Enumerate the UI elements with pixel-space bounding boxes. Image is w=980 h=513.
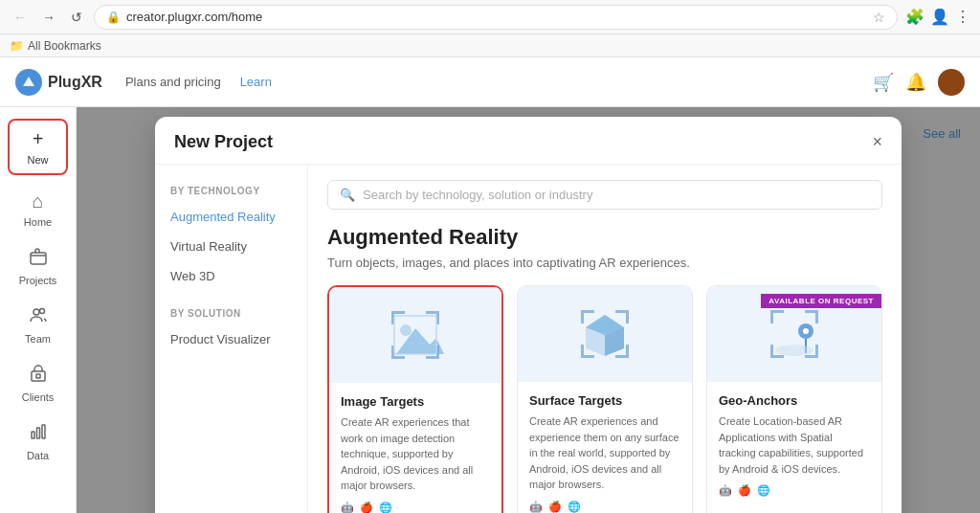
web-3d-label: Web 3D [170,269,215,283]
forward-button[interactable]: → [38,8,59,27]
sidebar-item-virtual-reality[interactable]: Virtual Reality [155,232,307,261]
svg-rect-7 [36,428,39,438]
team-icon [29,305,48,329]
team-label: Team [25,333,51,345]
new-project-button[interactable]: + New [8,119,68,175]
learn-link[interactable]: Learn [240,75,272,89]
card-surface-targets-desc: Create AR experiences and experience the… [529,413,680,493]
svg-rect-34 [815,310,818,323]
web-icon-3: 🌐 [757,484,770,497]
modal-sidebar: BY TECHNOLOGY Augmented Reality Virtual … [155,165,308,513]
svg-rect-23 [626,310,629,323]
modal-title: New Project [174,132,273,152]
data-label: Data [27,450,49,461]
home-icon: ⌂ [32,190,43,212]
data-icon [29,422,48,446]
clients-icon [29,364,48,388]
sidebar-item-product-visualizer[interactable]: Product Visualizer [155,324,307,354]
card-geo-anchors-body: Geo-Anchors Create Location-based AR App… [707,382,881,508]
bookmarks-label: All Bookmarks [28,39,101,53]
reload-button[interactable]: ↺ [67,8,86,27]
augmented-reality-label: Augmented Reality [170,210,276,224]
back-button[interactable]: ← [10,8,31,27]
bookmarks-bar: 📁 All Bookmarks [0,34,980,57]
card-surface-targets-title: Surface Targets [529,393,680,408]
ios-icon-2: 🍎 [548,501,562,513]
clients-label: Clients [22,391,55,403]
card-geo-anchors[interactable]: AVAILABLE ON REQUEST [706,285,882,513]
address-bar[interactable]: 🔒 creator.plugxr.com/home ☆ [94,5,898,30]
card-surface-targets-body: Surface Targets Create AR experiences an… [518,382,692,513]
card-surface-targets[interactable]: Surface Targets Create AR experiences an… [517,285,693,513]
avatar[interactable] [938,69,965,96]
svg-rect-25 [581,345,584,358]
by-solution-label: BY SOLUTION [155,302,307,324]
sidebar-item-team[interactable]: Team [0,298,76,352]
svg-rect-6 [32,432,34,438]
logo-icon [15,69,42,96]
top-nav-right: 🛒 🔔 [873,69,965,96]
svg-marker-0 [23,77,34,86]
svg-point-2 [33,309,39,315]
projects-icon [29,247,48,271]
sidebar-item-home[interactable]: ⌂ Home [0,183,76,235]
card-surface-targets-platforms: 🤖 🍎 🌐 [529,501,680,513]
modal-overlay: New Project × BY TECHNOLOGY Augmented Re… [77,107,980,513]
profile-button[interactable]: 👤 [930,8,949,26]
svg-rect-21 [581,310,584,323]
main-content: See all See all New Project × BY TECHNOL… [77,107,980,513]
sidebar: + New ⌂ Home Projects [0,107,77,513]
card-surface-targets-image [518,286,692,382]
modal-body: BY TECHNOLOGY Augmented Reality Virtual … [155,165,902,513]
svg-rect-32 [770,310,773,323]
android-icon-2: 🤖 [529,501,543,513]
bookmarks-folder-icon: 📁 [10,39,24,53]
web-icon-2: 🌐 [568,501,581,513]
new-label: New [27,154,48,166]
svg-rect-4 [32,371,45,381]
search-placeholder: Search by technology, solution or indust… [363,188,592,202]
top-nav-links: Plans and pricing Learn [125,75,873,89]
card-geo-anchors-image: AVAILABLE ON REQUEST [707,286,881,382]
projects-label: Projects [19,275,57,286]
sidebar-item-clients[interactable]: Clients [0,356,76,411]
card-image-targets-image [329,287,501,383]
modal-close-button[interactable]: × [872,132,882,152]
extensions-button[interactable]: 🧩 [905,8,924,26]
web-icon: 🌐 [379,502,392,514]
cards-grid: Image Targets Create AR experiences that… [327,285,882,513]
new-project-modal: New Project × BY TECHNOLOGY Augmented Re… [155,117,902,513]
card-image-targets[interactable]: Image Targets Create AR experiences that… [327,285,503,513]
search-bar[interactable]: 🔍 Search by technology, solution or indu… [327,180,882,210]
browser-toolbar: ← → ↺ 🔒 creator.plugxr.com/home ☆ 🧩 👤 ⋮ [0,0,980,34]
svg-point-3 [39,309,44,314]
svg-rect-38 [815,345,818,358]
ios-icon-3: 🍎 [738,484,751,497]
ios-icon: 🍎 [360,502,373,514]
bell-button[interactable]: 🔔 [905,72,926,93]
content-title: Augmented Reality [327,225,882,250]
logo: PlugXR [15,69,102,96]
sidebar-item-data[interactable]: Data [0,414,76,469]
card-image-targets-platforms: 🤖 🍎 🌐 [341,502,490,514]
sidebar-item-augmented-reality[interactable]: Augmented Reality [155,202,307,232]
card-image-targets-title: Image Targets [341,394,490,409]
sidebar-item-web-3d[interactable]: Web 3D [155,261,307,291]
content-subtitle: Turn objects, images, and places into ca… [327,256,882,270]
card-image-targets-desc: Create AR experiences that work on image… [341,414,490,494]
plans-link[interactable]: Plans and pricing [125,75,221,89]
home-label: Home [24,216,52,228]
android-icon-3: 🤖 [719,484,732,497]
cart-button[interactable]: 🛒 [873,72,894,93]
menu-button[interactable]: ⋮ [955,8,970,26]
geo-anchors-badge: AVAILABLE ON REQUEST [761,294,881,308]
svg-point-41 [775,345,813,356]
android-icon: 🤖 [341,502,354,514]
svg-rect-8 [42,425,45,438]
search-icon: 🔍 [340,188,355,202]
top-nav: PlugXR Plans and pricing Learn 🛒 🔔 [0,57,980,107]
browser-actions: 🧩 👤 ⋮ [905,8,970,26]
by-technology-label: BY TECHNOLOGY [155,180,307,202]
sidebar-item-projects[interactable]: Projects [0,239,76,294]
svg-rect-1 [31,253,46,264]
